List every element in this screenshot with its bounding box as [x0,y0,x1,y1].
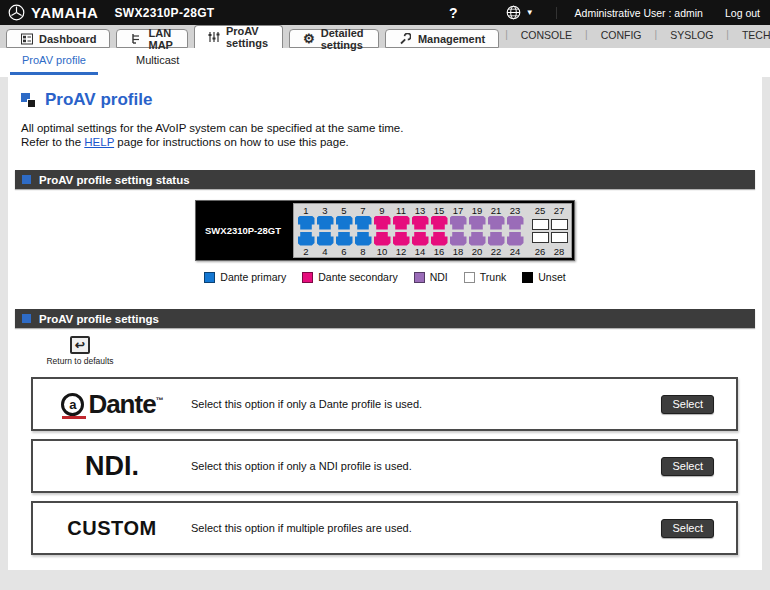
main-tab-bar: Dashboard LAN MAP ProAV settings [0,25,770,48]
status-section-header: ProAV profile setting status [15,170,755,189]
legend-item-trunk: Trunk [464,271,506,283]
port-3 [317,216,334,230]
option-description: Select this option if only a Dante profi… [191,398,661,410]
gear-icon: ⚙ [303,32,315,45]
globe-icon [506,5,521,20]
sub-tab-bar: ProAV profile Multicast [0,48,770,77]
port-16 [431,232,448,246]
help-link[interactable]: HELP [84,136,114,148]
legend-label: Dante secondary [318,271,397,283]
port-13 [412,216,429,230]
option-description: Select this option if multiple profiles … [191,522,661,534]
select-dante-button[interactable]: Select [661,395,714,414]
port-number: 1 [303,205,308,216]
tab-dashboard[interactable]: Dashboard [6,29,110,48]
tab-detailed-settings[interactable]: ⚙ Detailed settings [289,29,379,48]
tab-management[interactable]: Management [385,29,499,48]
port-panel: 1234567891011121314151617181920212223242… [293,203,572,258]
port-number: 22 [491,246,502,257]
port-number: 28 [554,246,565,257]
config-link[interactable]: CONFIG [588,29,655,41]
port-7 [355,216,372,230]
port-14 [412,232,429,246]
intro-line-1: All optimal settings for the AVoIP syste… [21,121,759,135]
section-bullet-icon [22,175,31,184]
port-column-25-26: 2526 [532,205,549,257]
port-number: 7 [360,205,365,216]
page-title-icon [21,93,36,108]
port-1 [298,216,315,230]
port-column-13-14: 1314 [412,205,429,257]
port-12 [393,232,410,246]
option-row-custom: CUSTOM Select this option if multiple pr… [31,501,738,555]
port-18 [450,232,467,246]
legend-item-dante-secondary: Dante secondary [302,271,397,283]
legend-label: Unset [538,271,565,283]
switch-device-label: SWX2310P-28GT [196,201,293,260]
legend-label: Dante primary [220,271,286,283]
tab-lan-map[interactable]: LAN MAP [116,29,187,48]
language-selector[interactable]: ▼ [484,5,556,20]
option-description: Select this option if only a NDI profile… [191,460,661,472]
legend-swatch [204,272,215,283]
port-column-1-2: 12 [298,205,315,257]
settings-section-title: ProAV profile settings [39,313,159,325]
logged-in-user: Administrative User : admin [556,7,717,19]
select-ndi-button[interactable]: Select [661,457,714,476]
port-8 [355,232,372,246]
port-number: 26 [535,246,546,257]
port-column-23-24: 2324 [507,205,524,257]
intro-text: All optimal settings for the AVoIP syste… [11,110,759,149]
port-number: 27 [554,205,565,216]
techinfo-link[interactable]: TECHINFO [729,29,770,41]
port-number: 16 [434,246,445,257]
return-to-defaults-icon: ↩ [70,336,90,354]
dashboard-icon [20,32,33,45]
option-row-dante: a Dante™ Select this option if only a Da… [31,377,738,431]
port-column-9-10: 910 [374,205,391,257]
tab-label: Dashboard [39,33,96,45]
port-column-5-6: 56 [336,205,353,257]
port-column-27-28: 2728 [551,205,568,257]
yamaha-logo: YAMAHA [8,4,98,21]
return-to-defaults-label: Return to defaults [46,356,113,366]
port-number: 10 [377,246,388,257]
lan-map-icon [130,32,142,45]
logout-button[interactable]: Log out [717,7,760,19]
syslog-link[interactable]: SYSLOG [657,29,726,41]
port-9 [374,216,391,230]
return-to-defaults-button[interactable]: ↩ Return to defaults [41,336,119,366]
port-10 [374,232,391,246]
ndi-logo: NDI. [85,451,139,482]
sliders-icon [208,31,220,44]
port-27 [551,219,568,230]
switch-port-diagram: SWX2310P-28GT 12345678910111213141516171… [195,200,575,261]
quick-links: | CONSOLE | CONFIG | SYSLOG | TECHINFO [505,25,770,48]
tab-proav-settings[interactable]: ProAV settings [194,25,283,48]
subtab-proav-profile[interactable]: ProAV profile [10,54,98,75]
port-number: 11 [396,205,406,216]
console-link[interactable]: CONSOLE [508,29,585,41]
settings-section-header: ProAV profile settings [15,309,755,328]
yamaha-tuning-fork-icon [8,4,25,21]
status-section-title: ProAV profile setting status [39,174,190,186]
port-4 [317,232,334,246]
port-22 [488,232,505,246]
help-button[interactable]: ? [423,5,484,21]
subtab-multicast[interactable]: Multicast [124,54,191,72]
select-custom-button[interactable]: Select [661,519,714,538]
port-28 [551,232,568,243]
port-19 [469,216,486,230]
port-6 [336,232,353,246]
legend-label: Trunk [480,271,506,283]
port-number: 13 [415,205,426,216]
port-number: 6 [341,246,346,257]
caret-down-icon: ▼ [526,8,534,17]
port-number: 2 [303,246,308,257]
port-number: 20 [472,246,483,257]
port-number: 14 [415,246,426,257]
port-number: 5 [341,205,346,216]
legend-label: NDI [430,271,448,283]
top-bar: YAMAHA SWX2310P-28GT ? ▼ Administrative … [0,0,770,25]
tab-label: ProAV settings [226,25,269,49]
